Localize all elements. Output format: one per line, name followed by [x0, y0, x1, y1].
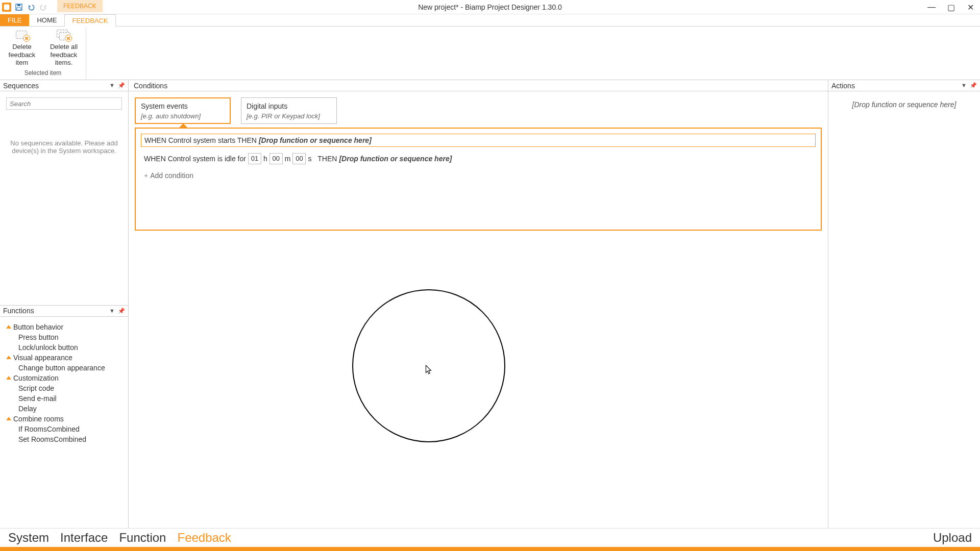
- rule-text: THEN: [317, 155, 337, 163]
- bottom-tab-interface[interactable]: Interface: [60, 531, 108, 545]
- bottom-tab-bar: SystemInterfaceFunctionFeedback Upload: [0, 528, 980, 547]
- delete-all-feedback-button[interactable]: Delete all feedback items.: [46, 30, 82, 67]
- condition-tab-title: System events: [141, 102, 225, 110]
- svg-rect-0: [4, 5, 9, 10]
- idle-seconds-input[interactable]: 00: [292, 153, 306, 164]
- condition-tab-digital-inputs[interactable]: Digital inputs[e.g. PIR or Keypad lock]: [241, 97, 337, 124]
- expand-icon: [6, 376, 11, 380]
- function-group-label: Button behavior: [13, 323, 63, 331]
- ribbon-tabs: FILE HOME FEEDBACK: [0, 14, 980, 27]
- sequences-pin-icon[interactable]: 📌: [118, 82, 125, 89]
- center-panel: Conditions System events[e.g. auto shutd…: [129, 80, 828, 528]
- function-item[interactable]: Change button appearance: [3, 363, 125, 373]
- tab-home[interactable]: HOME: [29, 14, 64, 26]
- redo-icon[interactable]: [39, 3, 48, 12]
- close-button[interactable]: ✕: [961, 0, 980, 14]
- ribbon-body: Delete feedback item Delete all feedback…: [0, 27, 980, 80]
- actions-pin-icon[interactable]: 📌: [970, 82, 977, 89]
- rule-drop-target[interactable]: [Drop function or sequence here]: [259, 136, 372, 144]
- unit-label: h: [263, 155, 267, 163]
- sequences-panel-header: Sequences ▼📌: [0, 80, 128, 91]
- ribbon-group-label: Selected item: [4, 69, 82, 78]
- function-item[interactable]: Script code: [3, 383, 125, 393]
- sequences-title: Sequences: [3, 82, 39, 90]
- bottom-tab-function[interactable]: Function: [119, 531, 166, 545]
- minimize-button[interactable]: —: [922, 0, 941, 14]
- function-item[interactable]: Press button: [3, 332, 125, 342]
- bottom-tab-feedback[interactable]: Feedback: [177, 531, 231, 545]
- sequences-dropdown-icon[interactable]: ▼: [109, 82, 115, 89]
- functions-pin-icon[interactable]: 📌: [118, 308, 125, 314]
- unit-label: m: [285, 155, 291, 163]
- functions-panel-body: Button behaviorPress buttonLock/unlock b…: [0, 317, 128, 529]
- sequences-search-input[interactable]: [6, 97, 122, 110]
- ribbon-group-selected-item: Delete feedback item Delete all feedback…: [0, 27, 86, 80]
- conditions-container: WHEN Control system starts THEN [Drop fu…: [135, 128, 822, 231]
- window-title: New project* - Biamp Project Designer 1.…: [418, 3, 562, 11]
- function-group-label: Customization: [13, 374, 59, 382]
- delete-item-icon: [15, 30, 29, 41]
- conditions-panel-header: Conditions: [129, 80, 828, 91]
- workspace: Sequences ▼📌 No sequences available. Ple…: [0, 80, 980, 528]
- function-group-customization[interactable]: Customization: [3, 373, 125, 383]
- maximize-button[interactable]: ▢: [941, 0, 961, 14]
- delete-feedback-item-button[interactable]: Delete feedback item: [4, 30, 40, 67]
- actions-drop-target[interactable]: [Drop function or sequence here]: [838, 101, 971, 109]
- add-condition-label: Add condition: [150, 171, 193, 180]
- condition-rule-2[interactable]: WHEN Control system is idle for 01 h 00 …: [141, 151, 816, 166]
- idle-hours-input[interactable]: 01: [248, 153, 261, 164]
- svg-rect-3: [17, 8, 21, 10]
- expand-icon: [6, 417, 11, 420]
- actions-panel-header: Actions ▼📌: [828, 80, 980, 91]
- left-sidebar: Sequences ▼📌 No sequences available. Ple…: [0, 80, 129, 528]
- actions-title: Actions: [831, 82, 855, 90]
- ribbon-button-label: Delete all feedback items.: [46, 43, 82, 67]
- delete-all-icon: [57, 30, 71, 41]
- function-item[interactable]: Send e-mail: [3, 393, 125, 404]
- function-item[interactable]: Lock/unlock button: [3, 342, 125, 353]
- condition-tab-system-events[interactable]: System events[e.g. auto shutdown]: [135, 97, 231, 124]
- add-condition-button[interactable]: + Add condition: [141, 170, 197, 181]
- upload-button[interactable]: Upload: [933, 531, 972, 545]
- tab-file[interactable]: FILE: [0, 14, 29, 26]
- condition-tab-hint: [e.g. PIR or Keypad lock]: [247, 112, 331, 120]
- idle-minutes-input[interactable]: 00: [270, 153, 283, 164]
- functions-dropdown-icon[interactable]: ▼: [109, 308, 115, 314]
- tab-pointer-icon: [179, 123, 188, 128]
- function-group-button-behavior[interactable]: Button behavior: [3, 322, 125, 332]
- ribbon-button-label: Delete feedback item: [4, 43, 40, 67]
- function-item[interactable]: Set RoomsCombined: [3, 434, 125, 444]
- right-sidebar: Actions ▼📌 [Drop function or sequence he…: [828, 80, 980, 528]
- expand-icon: [6, 356, 11, 359]
- undo-icon[interactable]: [27, 3, 36, 12]
- function-item[interactable]: Delay: [3, 404, 125, 414]
- functions-panel-header: Functions ▼📌: [0, 306, 128, 317]
- condition-tab-hint: [e.g. auto shutdown]: [141, 112, 225, 120]
- rule-text: WHEN Control system starts THEN: [144, 136, 257, 144]
- conditions-title: Conditions: [134, 82, 167, 90]
- tab-feedback[interactable]: FEEDBACK: [64, 14, 115, 27]
- function-group-visual-appearance[interactable]: Visual appearance: [3, 353, 125, 363]
- quick-access-toolbar: [0, 3, 48, 12]
- function-group-combine-rooms[interactable]: Combine rooms: [3, 414, 125, 424]
- expand-icon: [6, 325, 11, 329]
- rule-text: WHEN Control system is idle for: [144, 155, 246, 163]
- functions-title: Functions: [3, 307, 34, 315]
- save-icon[interactable]: [14, 3, 23, 12]
- function-group-label: Combine rooms: [13, 415, 64, 423]
- sequences-panel-body: No sequences available. Please add devic…: [0, 91, 128, 306]
- conditions-panel-body: System events[e.g. auto shutdown]Digital…: [129, 91, 828, 528]
- unit-label: s: [308, 155, 311, 163]
- rule-drop-target[interactable]: [Drop function or sequence here]: [339, 155, 452, 163]
- function-item[interactable]: If RoomsCombined: [3, 424, 125, 434]
- actions-panel-body: [Drop function or sequence here]: [828, 91, 980, 528]
- plus-icon: +: [144, 171, 148, 180]
- actions-dropdown-icon[interactable]: ▼: [961, 82, 967, 89]
- app-logo-icon[interactable]: [2, 3, 11, 12]
- condition-rule-1[interactable]: WHEN Control system starts THEN [Drop fu…: [141, 134, 816, 147]
- context-tab-feedback: FEEDBACK: [57, 0, 103, 12]
- bottom-tab-system[interactable]: System: [8, 531, 49, 545]
- condition-tab-title: Digital inputs: [247, 102, 331, 110]
- svg-rect-2: [17, 4, 20, 6]
- title-bar: FEEDBACK New project* - Biamp Project De…: [0, 0, 980, 14]
